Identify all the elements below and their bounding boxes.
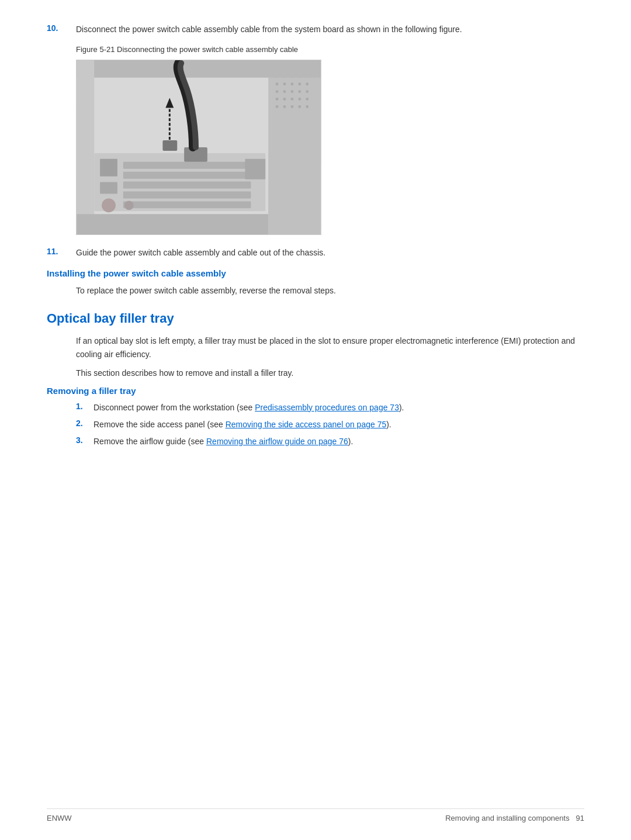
figure-label: Figure 5-21 Disconnecting the power swit… — [76, 45, 584, 54]
svg-rect-49 — [245, 159, 265, 179]
list-text-1: Disconnect power from the workstation (s… — [93, 402, 404, 414]
svg-point-31 — [306, 105, 308, 108]
svg-rect-1 — [268, 60, 320, 234]
svg-point-48 — [124, 201, 134, 210]
list-num-3: 3. — [76, 435, 93, 445]
svg-rect-36 — [123, 162, 251, 169]
optical-bay-heading: Optical bay filler tray — [47, 311, 584, 326]
page-footer: ENWW Removing and installing components … — [47, 808, 584, 822]
figure-number: Figure 5-21 — [76, 45, 115, 54]
svg-rect-32 — [77, 60, 320, 78]
list-text-2: Remove the side access panel (see Removi… — [93, 419, 391, 431]
svg-point-14 — [276, 90, 279, 93]
svg-rect-39 — [123, 191, 251, 198]
footer-left: ENWW — [47, 814, 72, 822]
svg-point-24 — [290, 105, 293, 108]
optical-bay-para2: This section describes how to remove and… — [76, 367, 584, 379]
svg-point-16 — [290, 90, 293, 93]
list-num-1: 1. — [76, 402, 93, 411]
svg-point-17 — [298, 90, 301, 93]
chassis-background — [77, 60, 321, 234]
list-num-2: 2. — [76, 419, 93, 428]
svg-point-20 — [290, 98, 293, 101]
optical-bay-para1: If an optical bay slot is left empty, a … — [76, 334, 584, 361]
svg-rect-33 — [77, 60, 94, 234]
svg-rect-34 — [77, 214, 268, 234]
page-container: 10. Disconnect the power switch cable as… — [0, 0, 631, 499]
figure-image — [77, 60, 321, 234]
figure-caption: Disconnecting the power switch cable ass… — [115, 45, 298, 54]
svg-point-21 — [298, 98, 301, 101]
removing-filler-list: 1. Disconnect power from the workstation… — [76, 402, 584, 448]
step-10-text: Disconnect the power switch cable assemb… — [76, 23, 584, 36]
step-10-number: 10. — [47, 23, 76, 33]
chassis-svg — [77, 60, 321, 234]
list-item-2: 2. Remove the side access panel (see Rem… — [76, 419, 584, 431]
svg-point-29 — [306, 90, 308, 93]
list-text-1-before: Disconnect power from the workstation (s… — [93, 403, 255, 412]
svg-rect-40 — [123, 201, 251, 208]
list-text-2-after: ). — [386, 420, 391, 429]
link-predisassembly[interactable]: Predisassembly procedures on page 73 — [255, 403, 399, 412]
svg-point-47 — [102, 198, 116, 212]
svg-point-10 — [276, 82, 279, 85]
svg-rect-37 — [123, 172, 251, 179]
svg-point-30 — [306, 98, 308, 101]
list-text-2-before: Remove the side access panel (see — [93, 420, 226, 429]
svg-point-22 — [276, 105, 279, 108]
installing-heading: Installing the power switch cable assemb… — [47, 268, 584, 278]
list-text-1-after: ). — [399, 403, 404, 412]
svg-point-11 — [283, 82, 286, 85]
list-text-3: Remove the airflow guide (see Removing t… — [93, 435, 353, 448]
list-item-1: 1. Disconnect power from the workstation… — [76, 402, 584, 414]
step-11-number: 11. — [47, 247, 76, 256]
list-text-3-after: ). — [348, 437, 353, 446]
svg-rect-44 — [162, 140, 177, 151]
list-text-3-before: Remove the airflow guide (see — [93, 437, 206, 446]
link-airflow-guide[interactable]: Removing the airflow guide on page 76 — [206, 437, 348, 446]
footer-right: Removing and installing components 91 — [445, 814, 584, 822]
svg-point-15 — [283, 90, 286, 93]
list-item-3: 3. Remove the airflow guide (see Removin… — [76, 435, 584, 448]
svg-rect-38 — [123, 182, 251, 189]
figure-image-container — [76, 60, 321, 235]
svg-point-18 — [276, 98, 279, 101]
svg-point-12 — [290, 82, 293, 85]
svg-point-19 — [283, 98, 286, 101]
svg-rect-45 — [100, 159, 117, 177]
removing-filler-heading: Removing a filler tray — [47, 386, 584, 396]
step-10: 10. Disconnect the power switch cable as… — [47, 23, 584, 36]
svg-rect-46 — [100, 182, 117, 194]
svg-point-25 — [298, 105, 301, 108]
svg-point-13 — [298, 82, 301, 85]
svg-point-28 — [306, 82, 308, 85]
svg-point-23 — [283, 105, 286, 108]
link-side-access[interactable]: Removing the side access panel on page 7… — [226, 420, 387, 429]
installing-body: To replace the power switch cable assemb… — [76, 284, 584, 297]
step-11-text: Guide the power switch cable assembly an… — [76, 247, 584, 259]
step-11: 11. Guide the power switch cable assembl… — [47, 247, 584, 259]
